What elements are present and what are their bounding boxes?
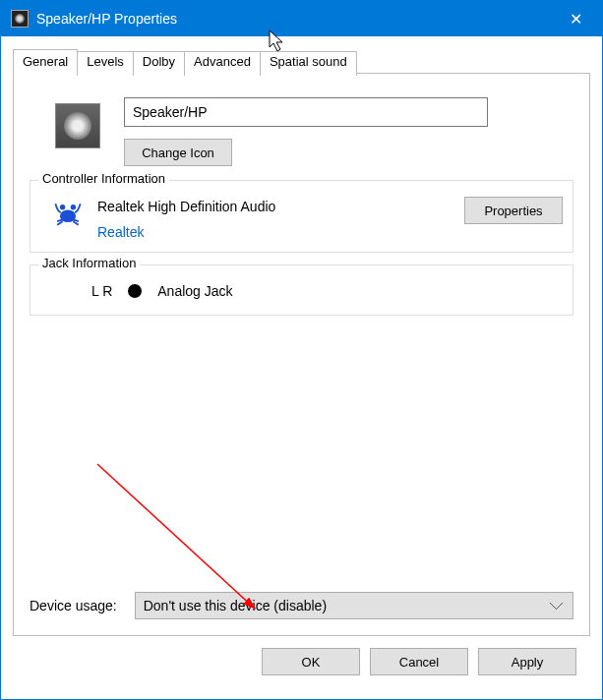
- titlebar[interactable]: Speaker/HP Properties ✕: [1, 1, 602, 36]
- jack-channels: L R: [91, 283, 112, 299]
- change-icon-button[interactable]: Change Icon: [124, 139, 232, 166]
- controller-vendor-link[interactable]: Realtek: [97, 224, 452, 240]
- svg-point-1: [71, 204, 76, 209]
- speaker-icon: [11, 10, 29, 28]
- device-usage-select[interactable]: Don't use this device (disable): [135, 592, 573, 619]
- close-button[interactable]: ✕: [551, 1, 600, 36]
- realtek-icon: [50, 197, 86, 232]
- device-name-input[interactable]: [124, 97, 488, 127]
- tab-strip: General Levels Dolby Advanced Spatial so…: [13, 49, 590, 74]
- controller-properties-button[interactable]: Properties: [464, 197, 563, 224]
- svg-point-0: [60, 204, 65, 209]
- content-area: General Levels Dolby Advanced Spatial so…: [1, 36, 602, 699]
- properties-dialog: Speaker/HP Properties ✕ General Levels D…: [0, 0, 603, 700]
- controller-name: Realtek High Definition Audio: [97, 199, 452, 214]
- cancel-button[interactable]: Cancel: [370, 648, 468, 675]
- tab-dolby[interactable]: Dolby: [133, 51, 185, 76]
- window-title: Speaker/HP Properties: [36, 11, 551, 27]
- controller-legend: Controller Information: [38, 171, 169, 186]
- device-icon: [55, 103, 100, 148]
- jack-legend: Jack Information: [38, 256, 140, 270]
- tab-general[interactable]: General: [13, 49, 78, 74]
- ok-button[interactable]: OK: [262, 648, 360, 675]
- general-panel: Change Icon Controller Information: [13, 73, 590, 636]
- tab-advanced[interactable]: Advanced: [184, 51, 261, 76]
- apply-button[interactable]: Apply: [478, 648, 576, 675]
- jack-color-icon: [128, 284, 142, 298]
- controller-group: Controller Information Realtek High Defi…: [30, 180, 573, 253]
- tab-spatial-sound[interactable]: Spatial sound: [260, 51, 357, 76]
- jack-type: Analog Jack: [157, 283, 232, 299]
- jack-group: Jack Information L R Analog Jack: [30, 264, 573, 316]
- dialog-buttons: OK Cancel Apply: [13, 636, 590, 689]
- device-usage-label: Device usage:: [30, 598, 117, 613]
- tab-levels[interactable]: Levels: [77, 51, 134, 76]
